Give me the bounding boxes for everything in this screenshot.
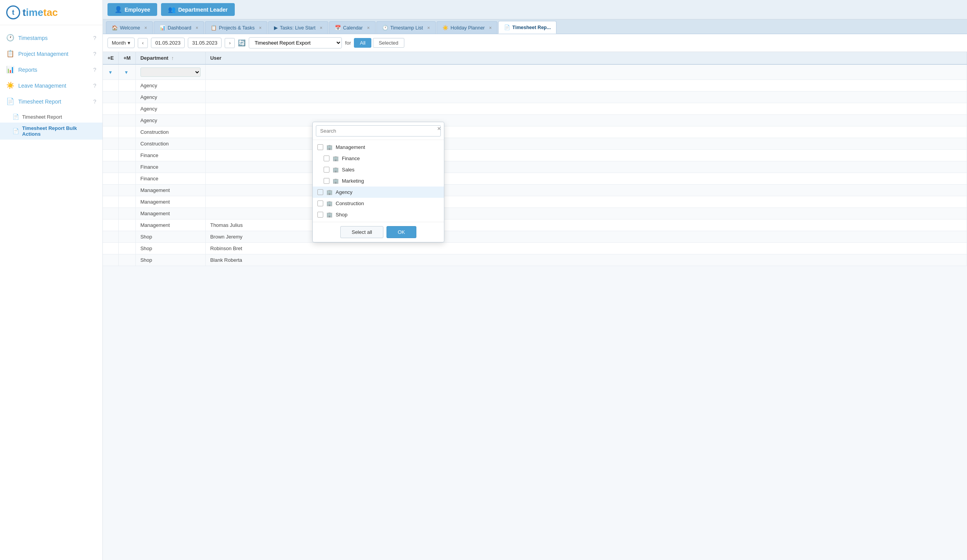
tab-close-dashboard[interactable]: ×	[196, 25, 198, 31]
sidebar-sub-timesheet-report[interactable]: 📄 Timesheet Report	[0, 111, 102, 123]
table-row: Agency	[103, 80, 967, 92]
department-leader-button[interactable]: 👥 Department Leader	[161, 3, 235, 16]
dept-filter-select[interactable]	[140, 67, 201, 77]
sidebar-item-leave-management[interactable]: ☀️ Leave Management ?	[0, 78, 102, 93]
content-area: Month ▾ ‹ 01.05.2023 31.05.2023 › 🔄 Time…	[103, 34, 967, 560]
tab-close-projects[interactable]: ×	[259, 25, 262, 31]
radio-selected-button[interactable]: Selected	[373, 38, 404, 48]
sidebar-sub-label: Timesheet Report	[22, 114, 62, 120]
dept-icon: 👥	[168, 6, 176, 13]
cell-user	[205, 80, 967, 92]
ok-button[interactable]: OK	[386, 226, 416, 238]
popup-item-finance[interactable]: 🏢 Finance	[313, 153, 444, 164]
tab-dashboard-label: Dashboard	[168, 25, 191, 31]
sidebar-sub-timesheet-bulk[interactable]: 📄 Timesheet Report Bulk Actions	[0, 123, 102, 140]
popup-search-area	[313, 122, 444, 140]
sidebar-nav: 🕐 Timestamps ? 📋 Project Management ? 📊 …	[0, 25, 102, 560]
tab-tasks-label: Tasks: Live Start	[280, 25, 315, 31]
tab-tasks-live[interactable]: ▶ Tasks: Live Start ×	[268, 21, 328, 34]
popup-item-marketing[interactable]: 🏢 Marketing	[313, 175, 444, 187]
cell-user: Robinson Bret	[205, 243, 967, 254]
sidebar-item-timesheet-report[interactable]: 📄 Timesheet Report ?	[0, 93, 102, 109]
cell-m	[119, 103, 135, 115]
popup-search-input[interactable]	[316, 125, 441, 137]
refresh-icon[interactable]: 🔄	[238, 39, 246, 47]
cell-e	[103, 92, 119, 103]
popup-checkbox-marketing[interactable]	[324, 178, 329, 184]
tab-dashboard[interactable]: 📊 Dashboard ×	[154, 21, 204, 34]
radio-all-button[interactable]: All	[354, 38, 371, 48]
cell-dept: Shop	[135, 243, 205, 254]
table-row: Construction	[103, 126, 967, 138]
tab-dashboard-icon: 📊	[159, 25, 166, 31]
tab-holiday-icon: ☀️	[442, 25, 449, 31]
expand-m-button[interactable]: ▾	[123, 68, 129, 76]
cell-user	[205, 92, 967, 103]
tab-calendar[interactable]: 📅 Calendar ×	[329, 21, 376, 34]
col-header-dept[interactable]: Department ↑	[135, 52, 205, 64]
next-month-button[interactable]: ›	[225, 38, 235, 48]
list-icon: 📄	[12, 114, 19, 120]
popup-checkbox-agency[interactable]	[317, 189, 323, 195]
popup-checkbox-sales[interactable]	[324, 167, 329, 173]
popup-list: 🏢 Management 🏢 Finance 🏢	[313, 140, 444, 222]
popup-close-button[interactable]: ×	[437, 125, 441, 132]
dept-label: Department Leader	[178, 7, 228, 13]
tab-welcome[interactable]: 🏠 Welcome ×	[106, 21, 153, 34]
sidebar-item-project-management[interactable]: 📋 Project Management ?	[0, 46, 102, 62]
popup-item-shop[interactable]: 🏢 Shop	[313, 209, 444, 220]
report-type-select[interactable]: Timesheet Report Export	[249, 37, 342, 48]
table-row: Agency	[103, 103, 967, 115]
popup-item-construction[interactable]: 🏢 Construction	[313, 198, 444, 209]
sidebar-item-timestamps[interactable]: 🕐 Timestamps ?	[0, 30, 102, 46]
dept-icon-sales: 🏢	[333, 167, 339, 173]
popup-checkbox-finance[interactable]	[324, 156, 329, 161]
cell-m	[119, 185, 135, 196]
popup-item-management[interactable]: 🏢 Management	[313, 142, 444, 153]
popup-item-agency[interactable]: 🏢 Agency	[313, 187, 444, 198]
tab-close-calendar[interactable]: ×	[367, 25, 370, 31]
help-icon: ?	[93, 99, 96, 105]
help-icon: ?	[93, 67, 96, 73]
cell-e	[103, 126, 119, 138]
popup-item-label: Agency	[336, 189, 352, 195]
table-row: Construction	[103, 138, 967, 150]
tab-timestamp-icon: 🕐	[382, 25, 388, 31]
popup-checkbox-construction[interactable]	[317, 200, 323, 206]
tab-holiday-planner[interactable]: ☀️ Holiday Planner ×	[437, 21, 497, 34]
cell-user	[205, 103, 967, 115]
popup-item-sales[interactable]: 🏢 Sales	[313, 164, 444, 175]
sidebar-item-label: Timesheet Report	[18, 99, 61, 105]
sidebar-item-label: Timestamps	[18, 35, 48, 41]
cell-e	[103, 231, 119, 243]
tab-calendar-icon: 📅	[335, 25, 341, 31]
tab-timesheet-rep[interactable]: 📄 Timesheet Rep...	[498, 21, 556, 34]
expand-e-button[interactable]: ▾	[107, 68, 113, 76]
tab-close-holiday[interactable]: ×	[489, 25, 492, 31]
dept-icon-shop: 🏢	[326, 212, 333, 218]
cell-e	[103, 138, 119, 150]
sidebar-item-reports[interactable]: 📊 Reports ?	[0, 62, 102, 78]
cell-dept: Construction	[135, 138, 205, 150]
cell-dept: Finance	[135, 150, 205, 161]
prev-month-button[interactable]: ‹	[138, 38, 148, 48]
cell-m	[119, 173, 135, 185]
tab-timestamp-list[interactable]: 🕐 Timestamp List ×	[376, 21, 436, 34]
logo-text: timetac	[23, 7, 58, 19]
tab-close-tasks[interactable]: ×	[320, 25, 322, 31]
cell-dept: Management	[135, 185, 205, 196]
select-all-button[interactable]: Select all	[340, 226, 383, 238]
table-row: Finance	[103, 173, 967, 185]
table-filter-row: ▾ ▾	[103, 64, 967, 80]
month-dropdown[interactable]: Month ▾	[107, 38, 135, 48]
table-row: Management	[103, 185, 967, 196]
tab-close-timestamp[interactable]: ×	[427, 25, 430, 31]
tab-close-welcome[interactable]: ×	[144, 25, 147, 31]
tab-projects-tasks[interactable]: 📋 Projects & Tasks ×	[205, 21, 267, 34]
chart-icon: 📊	[6, 66, 14, 74]
popup-item-label: Marketing	[342, 178, 364, 184]
data-table: +E +M Department ↑ User ▾	[103, 52, 967, 266]
popup-checkbox-shop[interactable]	[317, 212, 323, 218]
popup-checkbox-management[interactable]	[317, 144, 323, 150]
employee-button[interactable]: 👤 Employee	[107, 3, 157, 16]
